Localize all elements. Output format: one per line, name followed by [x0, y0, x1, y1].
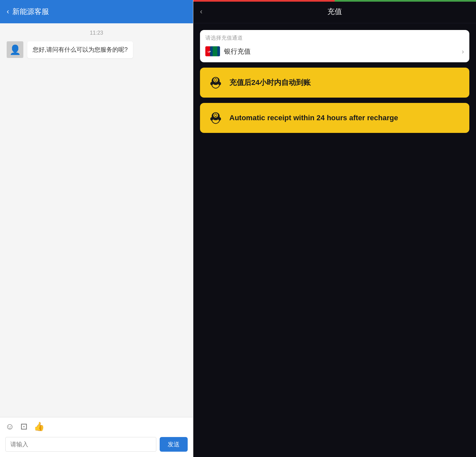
left-panel: ‹ 新能源客服 11:23 👤 您好,请问有什么可以为您服务的呢? ☺ ⊡ 👍 …: [0, 0, 193, 457]
like-button[interactable]: 👍: [34, 421, 44, 432]
send-button[interactable]: 发送: [160, 437, 188, 452]
bar-red: [193, 0, 335, 2]
avatar: 👤: [7, 41, 23, 58]
channel-card[interactable]: 请选择充值通道 UP 银行充值 ›: [200, 30, 469, 62]
right-header: ‹ 充值: [193, 0, 476, 23]
chat-toolbar-area: ☺ ⊡ 👍 发送: [0, 417, 193, 457]
emoji-button[interactable]: ☺: [5, 421, 14, 432]
left-header-title: 新能源客服: [12, 7, 49, 17]
unionpay-logo: UP: [205, 46, 220, 56]
chat-area: 11:23 👤 您好,请问有什么可以为您服务的呢?: [0, 23, 193, 417]
right-content: 请选择充值通道 UP 银行充值 ›: [193, 23, 476, 140]
channel-logo: UP: [205, 46, 220, 56]
headset-icon-1: [207, 74, 224, 91]
info-banner-text-2: Automatic receipt within 24 hours after …: [229, 113, 398, 123]
back-button-right[interactable]: ‹: [200, 7, 202, 16]
image-button[interactable]: ⊡: [20, 421, 28, 432]
bar-green: [335, 0, 476, 2]
svg-text:UP: UP: [208, 51, 211, 53]
left-header: ‹ 新能源客服: [0, 0, 193, 23]
chevron-right-icon: ›: [462, 48, 464, 55]
channel-name: 银行充值: [224, 47, 251, 56]
channel-option[interactable]: UP 银行充值 ›: [205, 45, 464, 58]
info-banner-chinese: 充值后24小时内自动到账: [200, 68, 469, 98]
headset-icon-2: [207, 110, 224, 126]
svg-point-15: [215, 114, 217, 116]
chat-input[interactable]: [5, 437, 156, 452]
input-row: 发送: [0, 434, 193, 457]
channel-left: UP 银行充值: [205, 46, 251, 56]
svg-rect-2: [213, 46, 217, 56]
right-panel: ‹ 充值 请选择充值通道 UP 银行充值 ›: [193, 0, 476, 457]
header-bar: [193, 0, 476, 2]
avatar-icon: 👤: [9, 44, 21, 55]
chat-toolbar: ☺ ⊡ 👍: [0, 417, 193, 434]
channel-label: 请选择充值通道: [205, 35, 464, 42]
info-banner-english: Automatic receipt within 24 hours after …: [200, 103, 469, 133]
svg-point-9: [215, 79, 217, 81]
back-button-left[interactable]: ‹: [7, 7, 9, 16]
message-row: 👤 您好,请问有什么可以为您服务的呢?: [7, 41, 186, 58]
info-banner-text-1: 充值后24小时内自动到账: [229, 78, 311, 88]
right-header-title: 充值: [327, 7, 342, 17]
message-timestamp: 11:23: [7, 30, 186, 36]
message-bubble: 您好,请问有什么可以为您服务的呢?: [27, 41, 133, 58]
